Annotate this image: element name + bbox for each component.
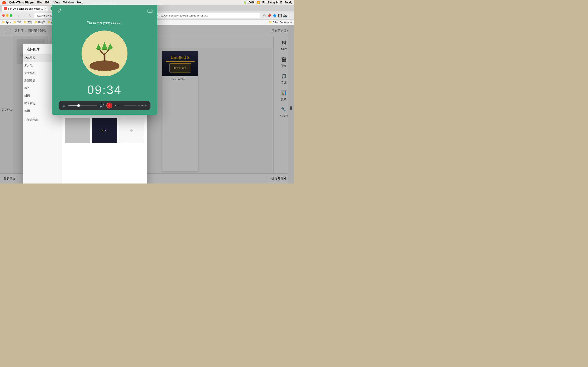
volume-low-icon: 🔈: [62, 104, 66, 107]
svg-point-1: [151, 10, 152, 10]
bookmark-shop[interactable]: 📁购物车: [34, 21, 45, 24]
dialog-thumb-4[interactable]: Scre...: [92, 118, 117, 143]
time-left: --:--: [118, 104, 122, 107]
apple-menu[interactable]: 🍎: [2, 0, 6, 5]
category-long-label: 长图: [24, 109, 30, 113]
qt-window: Movie Recording Put down your phone.: [52, 0, 157, 115]
window-controls: [2, 14, 12, 17]
browser-actions: ☆ 📌 🔷 🔲 📷 ⋮: [263, 14, 292, 17]
record-button[interactable]: [106, 102, 112, 108]
bookmark-charge[interactable]: 📁充电: [24, 21, 32, 24]
volume-slider[interactable]: [69, 105, 97, 106]
progress-track: [124, 105, 136, 106]
browser-nav: ‹ › ↻: [16, 13, 32, 18]
menubar: 🍎 QuickTime Player File Edit View Window…: [0, 0, 294, 5]
category-all-label: 全部图片: [24, 56, 35, 60]
user-name: Teddy: [285, 1, 292, 4]
more-icon[interactable]: ⋮: [288, 14, 292, 17]
qt-plant-illustration: [82, 31, 128, 76]
record-dot: [108, 104, 111, 107]
qt-content: Put down your phone.: [52, 16, 157, 101]
bookmark-icon[interactable]: ☆: [263, 14, 266, 17]
datetime: Fri 18 Aug 14:25: [262, 1, 283, 4]
dialog-thumb-3[interactable]: [65, 118, 90, 143]
wifi-indicator: 📶: [257, 1, 260, 4]
close-btn[interactable]: [2, 14, 5, 17]
volume-high-icon: 🔊: [99, 103, 104, 108]
category-article-label: 文章配图: [24, 71, 35, 75]
forward-btn[interactable]: ›: [22, 13, 26, 18]
app-name[interactable]: QuickTime Player: [9, 1, 34, 4]
expand-icon[interactable]: ▾: [115, 104, 116, 107]
qt-facemask-icon[interactable]: [146, 7, 154, 15]
pocket-icon[interactable]: 📌: [267, 14, 271, 17]
maximize-btn[interactable]: [10, 14, 12, 17]
other-bookmarks[interactable]: 📁Other Bookmarks: [269, 21, 292, 24]
bookmark-apps[interactable]: 📁Apps: [2, 21, 11, 24]
new-group-label: 新建分组: [27, 118, 38, 122]
refresh-btn[interactable]: ↻: [28, 13, 32, 18]
category-hedgehog-label: 刺猬选题: [24, 79, 35, 83]
menu-file[interactable]: File: [37, 1, 42, 4]
category-guest-label: 客人: [24, 86, 30, 90]
bookmark-download[interactable]: 📁下载: [13, 21, 22, 24]
svg-marker-9: [96, 44, 101, 49]
svg-line-5: [104, 49, 109, 55]
dialog-add-btn[interactable]: +: [119, 118, 144, 143]
tab-close-0[interactable]: ✕: [44, 8, 46, 10]
camera-icon[interactable]: 📷: [283, 14, 287, 17]
category-ungrouped-label: 未分组: [24, 64, 33, 67]
tab-active[interactable]: Hot UX designers and where... ✕: [2, 6, 48, 11]
progress-area: --:-- Zero KB: [118, 104, 147, 107]
qt-message: Put down your phone.: [86, 21, 122, 25]
tab-label-0: Hot UX designers and where...: [8, 7, 43, 10]
qt-timer: 09:34: [87, 83, 122, 97]
file-size: Zero KB: [138, 104, 147, 107]
menu-help[interactable]: Help: [77, 1, 83, 4]
minimize-btn[interactable]: [6, 14, 9, 17]
ext-icon-2[interactable]: 🔲: [278, 14, 282, 17]
svg-line-4: [100, 50, 104, 56]
volume-thumb: [77, 104, 80, 107]
new-group-btn[interactable]: + 新建分组: [23, 117, 62, 123]
thumb-screenshot-text: Scre...: [102, 129, 107, 132]
menu-edit[interactable]: Edit: [45, 1, 50, 4]
svg-marker-11: [108, 43, 113, 49]
menu-view[interactable]: View: [53, 1, 60, 4]
tab-favicon-0: [4, 7, 7, 10]
menubar-right: 🔋 100% 📶 Fri 18 Aug 14:25 Teddy: [243, 1, 292, 4]
battery-indicator: 🔋 100%: [243, 1, 254, 4]
qt-controls: 🔈 🔊 ▾ --:-- Zero KB: [59, 101, 150, 110]
qt-pencil-icon[interactable]: [55, 7, 63, 15]
menu-window[interactable]: Window: [63, 1, 74, 4]
ext-icon-1[interactable]: 🔷: [273, 14, 277, 17]
svg-point-0: [149, 10, 149, 10]
qt-toolbar: [52, 5, 157, 16]
category-cover-label: 封面: [24, 94, 30, 98]
back-btn[interactable]: ‹: [16, 13, 20, 18]
plant-svg: [85, 33, 124, 74]
category-account-label: 账号信息: [24, 101, 35, 105]
svg-marker-7: [102, 42, 107, 49]
